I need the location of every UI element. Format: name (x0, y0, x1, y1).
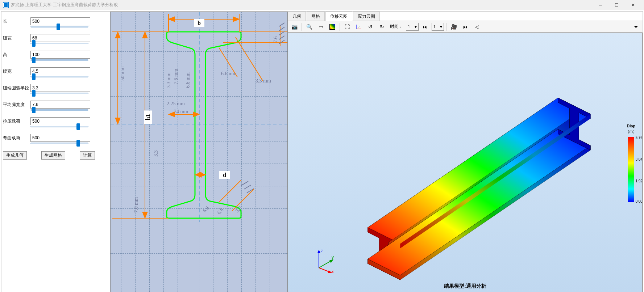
dim-225: 2.25 mm (167, 101, 185, 106)
legend-bar: 5.769e-05 3.846e-05 1.923e-05 0.000e+00 (628, 137, 634, 202)
generate-mesh-button[interactable]: 生成网格 (41, 151, 65, 160)
maximize-button[interactable]: ☐ (608, 0, 625, 10)
camera-icon[interactable]: 📷 (289, 22, 299, 31)
svg-line-17 (236, 37, 263, 81)
svg-line-38 (357, 26, 360, 29)
more-icon[interactable]: ⏷ (631, 22, 641, 31)
param-input-3[interactable] (30, 67, 90, 75)
axes-triad: z y x (313, 248, 339, 274)
dim-66: 6.6 mm (221, 71, 237, 76)
svg-line-24 (279, 40, 284, 44)
video-icon[interactable]: 🎥 (449, 22, 459, 31)
tab-3[interactable]: 应力云图 (353, 12, 380, 21)
param-slider-5[interactable] (30, 109, 88, 111)
param-slider-6[interactable] (30, 126, 88, 127)
tab-2[interactable]: 位移云图 (325, 12, 352, 21)
param-input-4[interactable] (30, 84, 90, 92)
dim-34: 34 mm (174, 109, 188, 114)
viewport-toolbar: 📷 🔍 ▭ ⛶ ↺ ↻ 时间： 1▾ ⏭ 1▾ 🎥 ⏮ ◁ ⏷ (288, 21, 643, 33)
param-slider-0[interactable] (30, 26, 88, 27)
result-model-label: 结果模型:通用分析 (444, 283, 486, 289)
param-input-6[interactable] (30, 117, 90, 125)
frame-dropdown[interactable]: 1▾ (432, 23, 444, 31)
svg-line-49 (319, 261, 332, 268)
svg-line-20 (279, 23, 284, 26)
svg-text:z: z (321, 248, 323, 253)
rotate-ccw-icon[interactable]: ↺ (365, 22, 375, 31)
color-cube-icon[interactable] (327, 22, 337, 31)
svg-marker-47 (317, 250, 320, 253)
param-slider-2[interactable] (30, 59, 88, 61)
svg-text:7.6 mm: 7.6 mm (133, 197, 139, 213)
svg-line-25 (241, 181, 248, 186)
titlebar: 罗兆扬-上海理工大学-工字钢拉压弯曲载荷静力学分析改 ─ ☐ ✕ (0, 0, 644, 10)
color-legend: Disp （m） 5.769e-05 3.846e-05 1.923e-05 0… (626, 123, 637, 202)
step-last-icon[interactable]: ⏭ (420, 22, 430, 31)
param-label: 腿宽 (3, 35, 28, 41)
param-slider-7[interactable] (30, 143, 88, 144)
right-panel: 几何网格位移云图应力云图 📷 🔍 ▭ ⛶ ↺ ↻ 时间： 1▾ ⏭ 1▾ 🎥 ⏮… (288, 12, 643, 292)
svg-text:7.6: 7.6 (273, 37, 278, 43)
parameters-panel: 长 腿宽 高 腹宽 腿端圆弧半径 平均腿宽度 拉压载荷 弯曲载荷 生成几何 生成… (1, 12, 110, 292)
svg-text:x: x (332, 269, 334, 273)
dim-76: 7.6 mm (173, 69, 179, 84)
tabs: 几何网格位移云图应力云图 (288, 12, 643, 21)
time-label: 时间： (389, 24, 404, 30)
zoom-icon[interactable]: 🔍 (304, 22, 314, 31)
play-back-icon[interactable]: ◁ (472, 22, 482, 31)
svg-line-26 (244, 185, 251, 189)
label-b: b (194, 19, 204, 27)
dim-33: 3.3 mm (255, 78, 271, 84)
main-container: 长 腿宽 高 腹宽 腿端圆弧半径 平均腿宽度 拉压载荷 弯曲载荷 生成几何 生成… (1, 11, 643, 292)
axes-icon[interactable] (354, 22, 364, 31)
window-controls: ─ ☐ ✕ (592, 0, 641, 10)
tab-1[interactable]: 网格 (307, 12, 325, 21)
param-input-2[interactable] (30, 51, 90, 59)
legend-unit: （m） (626, 128, 637, 134)
param-slider-4[interactable] (30, 93, 88, 94)
rotate-cw-icon[interactable]: ↻ (377, 22, 387, 31)
label-d: d (219, 171, 230, 179)
svg-text:y: y (332, 255, 334, 260)
dim-50mm: 50 mm (120, 67, 125, 81)
sketch-panel[interactable]: 50 mm 2.25 mm 34 mm 6.6 mm 3.3 mm 7.6 mm… (110, 12, 288, 292)
svg-line-19 (232, 189, 254, 211)
param-slider-1[interactable] (30, 43, 88, 44)
tab-0[interactable]: 几何 (288, 12, 306, 21)
svg-text:6.6: 6.6 (202, 205, 210, 213)
sketch-svg: 50 mm 2.25 mm 34 mm 6.6 mm 3.3 mm 7.6 mm… (111, 12, 288, 222)
param-input-0[interactable] (30, 17, 90, 25)
svg-marker-45 (400, 114, 590, 248)
param-slider-3[interactable] (30, 76, 88, 77)
time-dropdown[interactable]: 1▾ (406, 23, 419, 31)
param-input-5[interactable] (30, 101, 90, 109)
svg-text:3.3 mm: 3.3 mm (166, 72, 171, 88)
action-row: 生成几何 生成网格 计算 (3, 151, 109, 160)
compute-button[interactable]: 计算 (80, 151, 95, 160)
svg-text:6.6 mm: 6.6 mm (185, 72, 191, 88)
app-icon (3, 2, 9, 8)
param-label: 弯曲载荷 (3, 135, 28, 141)
beam-render (288, 33, 642, 292)
generate-geometry-button[interactable]: 生成几何 (3, 151, 27, 160)
param-label: 腹宽 (3, 68, 28, 75)
skip-start-icon[interactable]: ⏮ (460, 22, 470, 31)
svg-line-23 (279, 36, 284, 39)
legend-title: Disp (626, 123, 637, 128)
param-label: 腿端圆弧半径 (3, 85, 28, 91)
svg-marker-50 (329, 259, 333, 263)
svg-text:3.3: 3.3 (153, 151, 159, 157)
select-icon[interactable]: ▭ (316, 22, 326, 31)
svg-line-18 (219, 180, 241, 202)
window-title: 罗兆扬-上海理工大学-工字钢拉压弯曲载荷静力学分析改 (11, 2, 118, 8)
svg-text:6.6: 6.6 (216, 207, 225, 215)
param-label: 长 (3, 18, 28, 25)
param-input-7[interactable] (30, 134, 90, 142)
param-input-1[interactable] (30, 34, 90, 42)
label-h1: h1 (144, 111, 152, 124)
close-button[interactable]: ✕ (625, 0, 641, 10)
fit-view-icon[interactable]: ⛶ (342, 22, 352, 31)
minimize-button[interactable]: ─ (592, 0, 608, 10)
param-label: 高 (3, 52, 28, 58)
result-viewport[interactable]: z y x Disp （m） 5.769e-05 3.846e-05 1.923… (288, 33, 643, 292)
